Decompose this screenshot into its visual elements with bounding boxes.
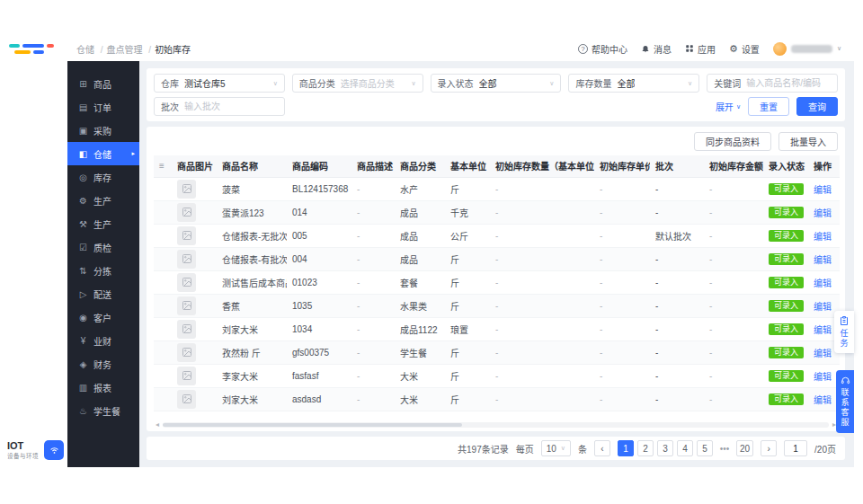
scroll-left-icon[interactable]: ◂ [156, 420, 159, 429]
base-unit: 斤 [450, 349, 459, 358]
edit-link[interactable]: 编辑 [814, 349, 832, 358]
search-button[interactable]: 查询 [796, 97, 838, 116]
product-desc: - [357, 324, 360, 334]
page-button[interactable]: 3 [657, 440, 673, 456]
sidebar-item-delivery[interactable]: ▷ 配送 ▸ [67, 282, 139, 305]
breadcrumb-warehouse[interactable]: 仓储 [76, 42, 107, 56]
product-category: 成品1122 [400, 325, 438, 335]
initial-amount: - [709, 324, 712, 334]
settings-button[interactable]: ⚙ 设置 [729, 42, 760, 56]
clipboard-icon [839, 315, 850, 326]
sidebar-item-label: 订单 [93, 101, 111, 114]
edit-link[interactable]: 编辑 [814, 208, 832, 218]
column-settings-icon[interactable]: ≡ [159, 161, 165, 171]
row-gutter [154, 247, 172, 270]
user-menu[interactable]: ∨ [773, 42, 841, 56]
initial-price: - [600, 348, 602, 358]
entry-status-badge: 可录入 [769, 183, 804, 195]
batch-field[interactable]: 批次 [154, 97, 285, 116]
keyword-field[interactable]: 关键词 [707, 74, 838, 93]
edit-link[interactable]: 编辑 [814, 325, 832, 335]
sidebar-item-customers[interactable]: ◉ 客户 ▸ [67, 305, 139, 329]
sidebar-item-label: 学生餐 [93, 404, 120, 418]
entry-status-badge: 可录入 [769, 230, 804, 242]
col-base-unit: 基本单位 [445, 155, 490, 177]
quality-check-icon: ☑ [78, 243, 88, 252]
sidebar-item-orders[interactable]: ▤ 订单 ▸ [67, 95, 139, 119]
tasks-floating-button[interactable]: 任务 [834, 311, 854, 353]
messages-button[interactable]: 消息 [641, 42, 672, 56]
initial-qty: - [495, 208, 498, 217]
per-page-select[interactable]: 10 ∨ [541, 440, 571, 456]
page-button[interactable]: 5 [697, 440, 713, 456]
prev-page-button[interactable]: ‹ [594, 440, 610, 456]
batch-value: 默认批次 [655, 232, 691, 242]
sidebar-item-sorting[interactable]: ⇅ 分拣 ▸ [67, 259, 139, 282]
sidebar-item-business-finance[interactable]: ¥ 业财 ▸ [67, 329, 139, 352]
page-jump-input[interactable] [784, 440, 807, 456]
sync-products-button[interactable]: 同步商品资料 [694, 132, 771, 151]
page-button[interactable]: 1 [618, 440, 634, 456]
sidebar-item-inventory[interactable]: ◎ 库存 ▸ [67, 165, 139, 189]
sidebar-item-student-meal[interactable]: ♨ 学生餐 ▸ [67, 399, 139, 422]
sidebar-item-production-2[interactable]: ⚒ 生产 ▸ [67, 212, 139, 235]
batch-input[interactable] [184, 102, 278, 111]
sidebar-item-goods[interactable]: ⊞ 商品 ▸ [67, 72, 139, 95]
edit-link[interactable]: 编辑 [814, 279, 832, 288]
help-center-button[interactable]: ? 帮助中心 [578, 42, 627, 56]
table-header-row: ≡ 商品图片 商品名称 商品编码 商品描述 商品分类 基本单位 初始库存数量（基… [154, 155, 840, 177]
iot-product-switcher[interactable]: IOT 设备与环境 [7, 440, 64, 460]
product-desc: - [357, 371, 360, 381]
page-button[interactable]: ••• [716, 440, 733, 456]
base-unit: 斤 [450, 372, 459, 382]
product-name: 刘家大米 [222, 395, 258, 405]
sidebar-item-warehouse[interactable]: ◧ 仓储 ▸ [67, 142, 139, 165]
category-select[interactable]: 商品分类 选择商品分类 ∨ [292, 74, 423, 93]
page-button[interactable]: 2 [637, 440, 654, 456]
edit-link[interactable]: 编辑 [814, 255, 832, 265]
stock-qty-select[interactable]: 库存数量 全部 ∨ [568, 74, 699, 93]
page-button[interactable]: 20 [736, 440, 753, 456]
scrollbar-thumb[interactable] [163, 423, 462, 427]
warehouse-select[interactable]: 仓库 测试仓库5 ∨ [154, 74, 285, 93]
apps-button[interactable]: 应用 [685, 42, 716, 56]
contact-support-button[interactable]: 联系客服 [836, 370, 854, 433]
row-gutter [154, 317, 172, 340]
edit-link[interactable]: 编辑 [814, 372, 832, 382]
filter-caret-icon[interactable]: ▼ [807, 165, 808, 171]
next-page-button[interactable]: › [761, 440, 777, 456]
base-unit: 琅置 [450, 325, 468, 335]
apps-label: 应用 [698, 42, 716, 56]
product-code: 01023 [292, 278, 317, 287]
breadcrumb-current: 初始库存 [155, 42, 191, 56]
edit-link[interactable]: 编辑 [814, 232, 832, 242]
expand-toggle[interactable]: 展开 ∨ [716, 100, 741, 113]
page-button[interactable]: 4 [677, 440, 693, 456]
sidebar-item-finance[interactable]: ◈ 财务 ▸ [67, 352, 139, 376]
sidebar-item-reports[interactable]: ▥ 报表 ▸ [67, 376, 139, 399]
customers-icon: ◉ [78, 313, 88, 323]
keyword-input[interactable] [746, 78, 831, 88]
product-name: 测试售后成本商品 [222, 279, 287, 288]
edit-link[interactable]: 编辑 [814, 395, 832, 405]
bulk-import-button[interactable]: 批量导入 [778, 132, 838, 151]
sidebar-item-production[interactable]: ⚙ 生产 ▸ [67, 189, 139, 212]
entry-status-select[interactable]: 录入状态 全部 ∨ [431, 74, 562, 93]
sidebar-item-purchase[interactable]: ▣ 采购 ▸ [67, 119, 139, 142]
initial-price: - [600, 184, 602, 194]
base-unit: 斤 [450, 185, 459, 195]
breadcrumb-stocktake[interactable]: 盘点管理 [107, 42, 156, 56]
product-category: 水果类 [400, 302, 427, 312]
sidebar-item-quality-check[interactable]: ☑ 质检 ▸ [67, 235, 139, 259]
product-category: 套餐 [400, 279, 418, 288]
reset-button[interactable]: 重置 [748, 97, 789, 116]
breadcrumb: 仓储 盘点管理 初始库存 [76, 42, 191, 56]
scrollbar-track[interactable] [163, 422, 829, 428]
initial-qty: - [495, 278, 498, 287]
initial-price: - [600, 301, 602, 311]
initial-qty: - [495, 184, 498, 194]
edit-link[interactable]: 编辑 [814, 302, 832, 312]
edit-link[interactable]: 编辑 [814, 185, 832, 195]
sidebar-item-label: 生产 [93, 217, 111, 231]
initial-amount: - [709, 208, 712, 217]
